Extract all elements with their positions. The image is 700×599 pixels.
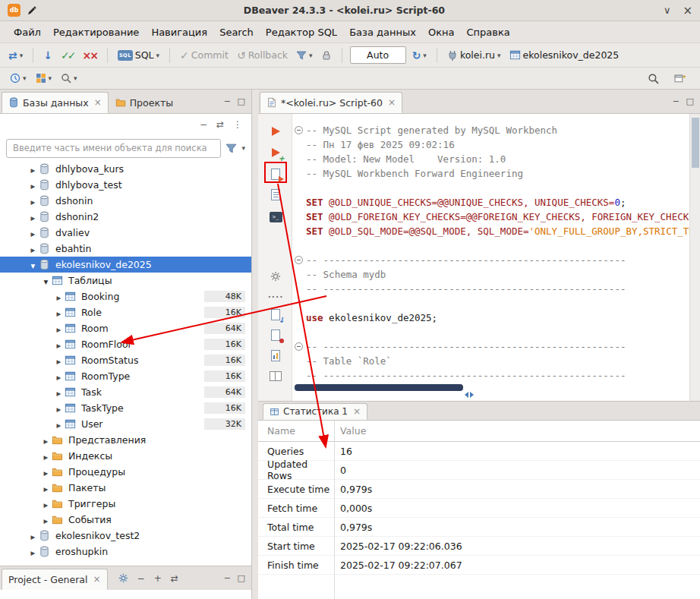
filter-icon[interactable] (225, 143, 237, 154)
stats-row[interactable]: Finish time 2025-02-17 09:22:07.067 (258, 556, 700, 575)
expander-icon[interactable] (27, 195, 39, 206)
menu-window[interactable]: Окна (422, 24, 461, 40)
tree-item[interactable]: ekolesnikov_test2 (0, 528, 251, 544)
expander-icon[interactable] (27, 243, 39, 254)
minimize-panel-icon[interactable]: ─ (673, 96, 679, 106)
layout-panels-button[interactable] (268, 368, 283, 383)
tree-item[interactable]: dhlybova_kurs (0, 161, 251, 177)
tree-item[interactable]: eroshupkin (0, 544, 251, 560)
expander-icon[interactable] (40, 450, 52, 462)
tree-item[interactable]: RoomType 16K (0, 368, 251, 384)
expander-icon[interactable] (53, 323, 65, 334)
code-area[interactable]: -- MySQL Script generated by MySQL Workb… (292, 114, 689, 401)
tree-item[interactable]: dhlybova_test (0, 177, 251, 193)
menu-navigate[interactable]: Навигация (145, 24, 213, 40)
tree-item[interactable]: dshonin (0, 193, 251, 209)
commit-mode-combo[interactable]: Auto (350, 46, 406, 64)
collapse-icon[interactable]: − (137, 573, 145, 584)
maximize-panel-icon[interactable]: □ (238, 573, 245, 583)
expander-icon[interactable] (40, 466, 52, 478)
scroll-step-icons[interactable] (465, 392, 474, 398)
tree-item[interactable]: dvaliev (0, 225, 251, 241)
stats-row[interactable]: Execute time 0,979s (258, 480, 700, 499)
pinned-tool-icon[interactable] (27, 5, 37, 16)
expander-icon[interactable] (40, 275, 52, 286)
tree-item[interactable]: RoomStatus 16K (0, 352, 251, 368)
close-icon[interactable]: × (388, 97, 396, 108)
minimize-panel-icon[interactable]: ─ (225, 573, 230, 583)
window-close-button[interactable]: × (683, 4, 692, 17)
rollback-crosses-button[interactable]: ×× (80, 49, 99, 62)
tab-projects[interactable]: Проекты (109, 92, 180, 113)
tree-item[interactable]: ebahtin (0, 241, 251, 257)
collapse-all-icon[interactable]: − (200, 119, 207, 130)
close-icon[interactable]: × (353, 406, 361, 417)
tree-item[interactable]: dshonin2 (0, 209, 251, 225)
tree-item[interactable]: ekolesnikov_de2025 (0, 257, 251, 273)
expander-icon[interactable] (53, 386, 65, 398)
sql-editor[interactable]: + >_ ···· ↓ -- MySQL Script generated by… (258, 114, 700, 401)
expander-icon[interactable] (27, 163, 39, 175)
new-sql-editor-button[interactable]: SQL SQL ▾ (115, 48, 162, 62)
database-selector[interactable]: ekolesnikov_de2025 (507, 48, 622, 62)
link-with-editor-icon[interactable]: ⇄ (216, 119, 224, 130)
close-icon[interactable]: × (94, 97, 102, 108)
stats-row[interactable]: Fetch time 0,000s (258, 499, 700, 518)
export-data-button[interactable]: ↓ (268, 307, 283, 322)
expand-icon[interactable]: + (154, 573, 162, 584)
tree-item[interactable]: Триггеры (0, 496, 251, 512)
global-search-button[interactable] (645, 71, 661, 86)
view-menu-icon[interactable]: ⋮ (233, 119, 242, 130)
link-with-editor-icon[interactable]: ⇄ (171, 573, 178, 584)
tree-item[interactable]: Role 16K (0, 304, 251, 320)
maximize-panel-icon[interactable]: □ (238, 96, 245, 106)
menu-search[interactable]: Search (213, 24, 260, 40)
close-icon[interactable]: × (93, 574, 101, 585)
menu-edit[interactable]: Редактирование (47, 24, 145, 40)
menu-sql-editor[interactable]: Редактор SQL (260, 24, 343, 40)
refresh-mode-button[interactable]: ↻ ▾ (410, 49, 429, 62)
tree-item[interactable]: Представления (0, 432, 251, 448)
expander-icon[interactable] (40, 434, 52, 446)
quick-search-button[interactable]: ▾ (58, 71, 80, 85)
tree-item[interactable]: Task 64K (0, 384, 251, 400)
explain-plan-button[interactable] (268, 187, 283, 202)
tree-item[interactable]: TaskType 16K (0, 400, 251, 416)
bookmarks-button[interactable]: ▾ (33, 71, 55, 85)
nav-history-button[interactable]: ⇄ ▾ (6, 49, 25, 62)
horizontal-scrollbar[interactable] (295, 384, 463, 391)
execute-query-new-tab-button[interactable]: + (268, 145, 283, 160)
tree-item[interactable]: Room 64K (0, 320, 251, 336)
vertical-scrollbar[interactable] (689, 114, 700, 401)
minimize-panel-icon[interactable]: ─ (225, 96, 230, 106)
tree-item[interactable]: Процедуры (0, 464, 251, 480)
report-document-button[interactable] (268, 348, 283, 363)
settings-gear-icon[interactable] (118, 573, 128, 583)
expander-icon[interactable] (27, 211, 39, 222)
commit-button[interactable]: ✓ Commit (178, 48, 231, 62)
expander-icon[interactable] (40, 514, 52, 525)
expander-icon[interactable] (53, 355, 65, 366)
tree-item[interactable]: Пакеты (0, 480, 251, 496)
rollback-button[interactable]: ↺ Rollback (235, 48, 290, 62)
tab-statistics[interactable]: Статистика 1 × (263, 403, 367, 420)
stats-row[interactable]: Updated Rows 0 (258, 461, 700, 480)
tree-item[interactable]: User 32K (0, 416, 251, 432)
locked-document-button[interactable] (268, 327, 283, 342)
expander-icon[interactable] (53, 307, 65, 318)
dropdown-icon[interactable]: ▾ (241, 144, 245, 152)
expander-icon[interactable] (27, 530, 39, 541)
expander-icon[interactable] (40, 482, 52, 493)
fetch-button[interactable]: ↓ (41, 49, 55, 62)
stats-row[interactable]: Start time 2025-02-17 09:22:06.036 (258, 537, 700, 556)
tree-item[interactable]: RoomFloor 16K (0, 336, 251, 352)
expander-icon[interactable] (53, 418, 65, 430)
expander-icon[interactable] (53, 291, 65, 302)
menu-database[interactable]: База данных (343, 24, 422, 40)
tree-item[interactable]: События (0, 512, 251, 528)
more-options-dots-icon[interactable]: ···· (268, 289, 283, 304)
expander-icon[interactable] (40, 498, 52, 509)
tab-databases[interactable]: Базы данных × (2, 92, 109, 113)
expander-icon[interactable] (53, 370, 65, 382)
execute-script-button[interactable] (268, 166, 283, 181)
